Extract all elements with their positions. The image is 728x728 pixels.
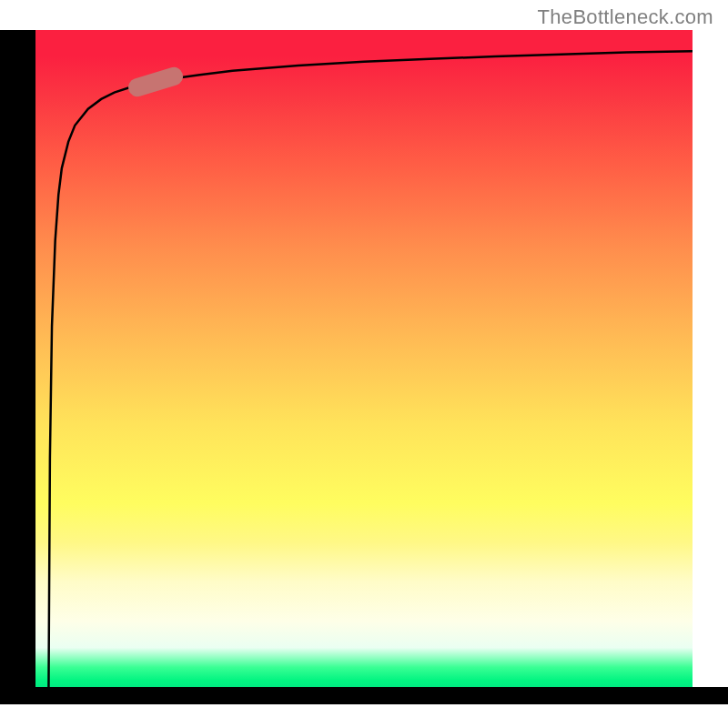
watermark-text: TheBottleneck.com [538,5,713,29]
y-axis [0,30,35,699]
chart-container: TheBottleneck.com [0,0,728,728]
x-axis [0,687,728,704]
curve-line [35,30,693,688]
